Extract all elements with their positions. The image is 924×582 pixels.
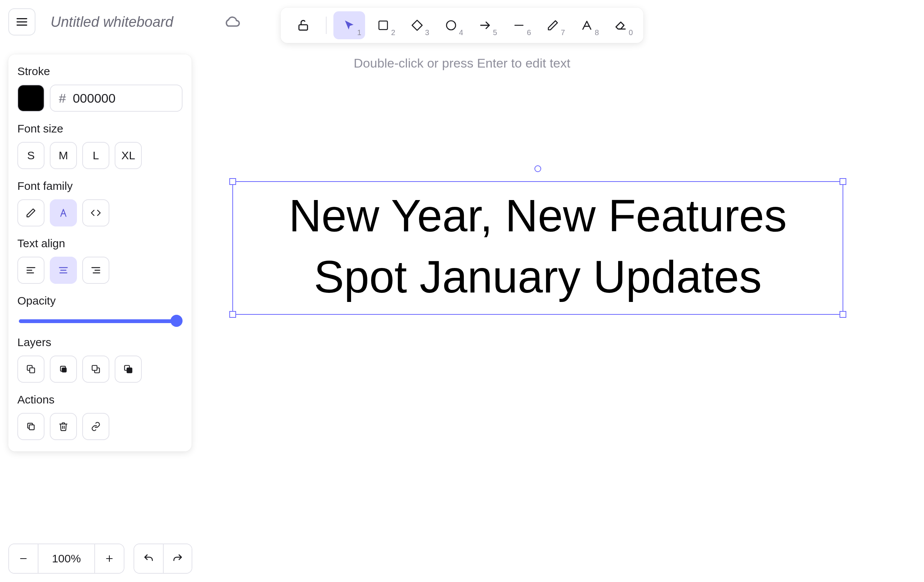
resize-handle-tl[interactable] bbox=[229, 178, 236, 185]
font-family-handdrawn[interactable] bbox=[17, 199, 45, 227]
send-to-back-icon bbox=[26, 364, 36, 374]
stroke-section: Stroke # bbox=[17, 65, 183, 112]
undo-icon bbox=[143, 553, 154, 564]
stroke-color-swatch[interactable] bbox=[17, 84, 45, 112]
diamond-tool[interactable]: 3 bbox=[401, 11, 433, 39]
svg-rect-24 bbox=[92, 365, 97, 370]
pencil-icon bbox=[26, 208, 36, 218]
kbd-label: 8 bbox=[595, 28, 599, 37]
footer-controls: 100% bbox=[8, 544, 192, 574]
resize-handle-tr[interactable] bbox=[840, 178, 846, 185]
selection-tool[interactable]: 1 bbox=[333, 11, 365, 39]
document-title-input[interactable] bbox=[51, 14, 209, 30]
undo-redo-controls bbox=[134, 544, 192, 574]
text-tool[interactable]: 8 bbox=[571, 11, 603, 39]
kbd-label: 3 bbox=[425, 28, 429, 37]
bring-forward-icon bbox=[91, 364, 101, 374]
kbd-label: 2 bbox=[391, 28, 395, 37]
line-icon bbox=[513, 19, 525, 31]
circle-icon bbox=[445, 19, 457, 31]
send-backward-button[interactable] bbox=[50, 355, 77, 383]
svg-rect-27 bbox=[30, 425, 34, 430]
pencil-icon bbox=[547, 19, 559, 31]
toolbar-divider bbox=[326, 17, 327, 34]
kbd-label: 6 bbox=[527, 28, 531, 37]
align-right-button[interactable] bbox=[82, 257, 109, 284]
align-center-button[interactable] bbox=[50, 257, 77, 284]
font-size-m[interactable]: M bbox=[50, 142, 77, 169]
draw-tool[interactable]: 7 bbox=[537, 11, 569, 39]
bring-forward-button[interactable] bbox=[82, 355, 109, 383]
send-to-back-button[interactable] bbox=[17, 355, 45, 383]
layers-section: Layers bbox=[17, 336, 183, 383]
duplicate-button[interactable] bbox=[17, 413, 45, 440]
align-left-icon bbox=[26, 265, 36, 276]
stroke-hex-field[interactable]: # bbox=[50, 84, 183, 112]
font-family-code[interactable] bbox=[82, 199, 109, 227]
edit-hint-text: Double-click or press Enter to edit text bbox=[354, 56, 570, 71]
resize-handle-br[interactable] bbox=[840, 311, 846, 318]
text-icon bbox=[581, 19, 593, 31]
delete-button[interactable] bbox=[50, 413, 77, 440]
zoom-out-button[interactable] bbox=[9, 544, 38, 573]
kbd-label: 7 bbox=[561, 28, 565, 37]
code-icon bbox=[91, 208, 101, 218]
rotate-handle[interactable] bbox=[535, 165, 541, 172]
bring-to-front-button[interactable] bbox=[115, 355, 142, 383]
arrow-right-icon bbox=[478, 19, 492, 32]
bring-to-front-icon bbox=[123, 364, 133, 374]
redo-button[interactable] bbox=[163, 544, 191, 573]
line-tool[interactable]: 6 bbox=[503, 11, 535, 39]
hex-prefix: # bbox=[59, 91, 66, 106]
eraser-tool[interactable]: 0 bbox=[605, 11, 637, 39]
stroke-label: Stroke bbox=[17, 65, 183, 78]
lock-tool[interactable] bbox=[287, 11, 319, 39]
font-size-s[interactable]: S bbox=[17, 142, 45, 169]
canvas-text-content[interactable]: New Year, New Features Spot January Upda… bbox=[233, 182, 843, 307]
svg-point-5 bbox=[447, 21, 455, 30]
align-right-icon bbox=[91, 265, 101, 276]
font-family-label: Font family bbox=[17, 180, 183, 192]
kbd-label: 4 bbox=[459, 28, 463, 37]
slider-track bbox=[19, 319, 181, 323]
slider-thumb[interactable] bbox=[170, 315, 183, 327]
font-family-normal[interactable] bbox=[50, 199, 77, 227]
main-menu-button[interactable] bbox=[8, 8, 35, 35]
link-button[interactable] bbox=[82, 413, 109, 440]
send-backward-icon bbox=[58, 364, 68, 374]
font-size-xl[interactable]: XL bbox=[115, 142, 142, 169]
copy-icon bbox=[26, 422, 36, 432]
kbd-label: 1 bbox=[357, 28, 361, 37]
stroke-hex-input[interactable] bbox=[73, 91, 173, 106]
hamburger-icon bbox=[15, 15, 28, 28]
font-size-l[interactable]: L bbox=[82, 142, 109, 169]
svg-rect-3 bbox=[299, 25, 308, 30]
actions-section: Actions bbox=[17, 393, 183, 440]
opacity-slider[interactable] bbox=[17, 314, 183, 325]
undo-button[interactable] bbox=[134, 544, 163, 573]
minus-icon bbox=[18, 554, 28, 564]
header-left bbox=[8, 8, 241, 35]
kbd-label: 0 bbox=[629, 28, 633, 37]
arrow-tool[interactable]: 5 bbox=[469, 11, 501, 39]
align-center-icon bbox=[58, 265, 69, 276]
link-icon bbox=[91, 422, 101, 432]
resize-handle-bl[interactable] bbox=[229, 311, 236, 318]
cloud-sync-icon[interactable] bbox=[224, 13, 241, 30]
zoom-in-button[interactable] bbox=[95, 544, 124, 573]
font-size-label: Font size bbox=[17, 122, 183, 135]
opacity-section: Opacity bbox=[17, 294, 183, 325]
text-align-label: Text align bbox=[17, 237, 183, 250]
svg-rect-4 bbox=[379, 21, 388, 30]
ellipse-tool[interactable]: 4 bbox=[435, 11, 467, 39]
font-size-section: Font size S M L XL bbox=[17, 122, 183, 169]
redo-icon bbox=[172, 553, 183, 564]
zoom-level-label[interactable]: 100% bbox=[38, 544, 95, 573]
eraser-icon bbox=[614, 19, 627, 32]
svg-rect-22 bbox=[62, 368, 66, 372]
lock-open-icon bbox=[297, 19, 310, 32]
align-left-button[interactable] bbox=[17, 257, 45, 284]
zoom-controls: 100% bbox=[8, 544, 124, 574]
rectangle-tool[interactable]: 2 bbox=[367, 11, 399, 39]
selected-text-element[interactable]: New Year, New Features Spot January Upda… bbox=[232, 181, 843, 315]
